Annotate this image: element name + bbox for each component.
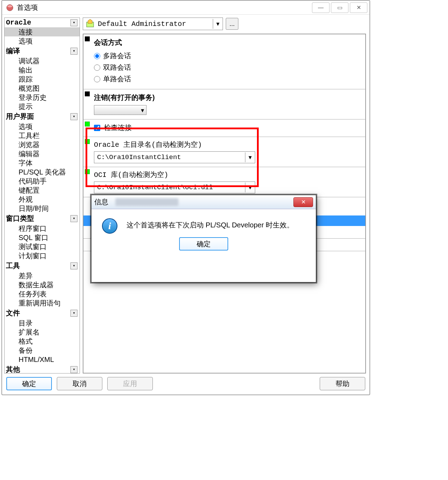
chevron-down-icon[interactable]: ▾ [213, 19, 223, 29]
profile-browse-button[interactable]: ... [226, 18, 238, 30]
tree-item[interactable]: 目录 [5, 318, 80, 328]
info-icon: i [102, 218, 117, 234]
session-option-label: 单路会话 [103, 74, 131, 84]
section-marker [85, 91, 90, 96]
category-tree[interactable]: Oracle▾连接选项编译▾调试器输出跟踪概览图登录历史提示用户界面▾选项工具栏… [4, 18, 80, 373]
check-connection-label: 检查连接 [104, 123, 132, 132]
tree-item[interactable]: 连接 [5, 27, 80, 36]
tree-group-header[interactable]: 窗口类型▾ [5, 213, 80, 224]
tree-group-header[interactable]: Oracle▾ [5, 18, 80, 27]
tree-group-header[interactable]: 工具▾ [5, 260, 80, 271]
tree-item[interactable]: 跟踪 [5, 75, 80, 84]
tree-item[interactable]: 工具栏 [5, 131, 80, 140]
collapse-icon[interactable]: ▾ [70, 366, 77, 373]
session-mode-header: 会话方式 [94, 38, 361, 47]
section-marker [85, 139, 90, 144]
profile-label: Default Administrator [98, 20, 213, 28]
session-radio[interactable] [94, 64, 100, 71]
collapse-icon[interactable]: ▾ [70, 215, 77, 222]
oracle-home-value: C:\Ora10InstantClient [97, 153, 245, 161]
tree-item[interactable]: 格式 [5, 337, 80, 346]
tree-item[interactable]: 差异 [5, 271, 80, 280]
chevron-down-icon: ▾ [245, 183, 255, 192]
tree-item[interactable]: 备份 [5, 346, 80, 355]
session-radio[interactable] [94, 53, 100, 59]
dialog-titlebar: 信息 ✕ [91, 195, 316, 209]
minimize-button[interactable]: — [312, 2, 330, 13]
session-option-label: 双路会话 [103, 63, 131, 72]
oci-lib-label: OCI 库(自动检测为空) [94, 170, 361, 179]
window-title: 首选项 [17, 3, 38, 12]
tree-item[interactable]: 编辑器 [5, 149, 80, 158]
tree-item[interactable]: 调试器 [5, 56, 80, 66]
collapse-icon[interactable]: ▾ [70, 113, 77, 120]
maximize-button[interactable]: ▭ [331, 2, 348, 13]
tree-item[interactable]: 键配置 [5, 186, 80, 195]
tree-group-header[interactable]: 用户界面▾ [5, 111, 80, 122]
cancel-button[interactable]: 取消 [57, 377, 102, 390]
chevron-down-icon: ▾ [245, 152, 255, 162]
logoff-header: 注销(有打开的事务) [94, 93, 361, 102]
tree-item[interactable]: 外观 [5, 195, 80, 204]
blurred-text [115, 198, 178, 206]
tree-item[interactable]: 登录历史 [5, 93, 80, 102]
dialog-buttons: 确定 取消 应用 帮助 [2, 373, 369, 395]
section-marker [85, 169, 90, 174]
collapse-icon[interactable]: ▾ [70, 310, 77, 317]
tree-item[interactable]: 测试窗口 [5, 242, 80, 251]
tree-item[interactable]: 重新调用语句 [5, 299, 80, 308]
tree-item[interactable]: 程序窗口 [5, 224, 80, 233]
profile-icon [85, 19, 96, 29]
tree-item[interactable]: HTML/XML [5, 355, 80, 364]
dialog-title: 信息 [94, 197, 108, 207]
tree-item[interactable]: 输出 [5, 66, 80, 75]
oracle-home-combo[interactable]: C:\Ora10InstantClient ▾ [94, 151, 255, 163]
session-mode-option[interactable]: 双路会话 [94, 62, 361, 73]
session-option-label: 多路会话 [103, 51, 131, 61]
section-marker [85, 36, 90, 41]
check-connection-checkbox[interactable] [94, 125, 100, 131]
app-icon [6, 4, 14, 12]
tree-item[interactable]: SQL 窗口 [5, 233, 80, 242]
tree-item[interactable]: 任务列表 [5, 289, 80, 299]
collapse-icon[interactable]: ▾ [70, 19, 77, 26]
tree-item[interactable]: 字体 [5, 158, 80, 167]
collapse-icon[interactable]: ▾ [70, 262, 77, 269]
dialog-message: 这个首选项将在下次启动 PL/SQL Developer 时生效。 [127, 218, 294, 230]
collapse-icon[interactable]: ▾ [70, 48, 77, 55]
tree-item[interactable]: 计划窗口 [5, 251, 80, 260]
oracle-home-label: Oracle 主目录名(自动检测为空) [94, 140, 361, 149]
session-radio[interactable] [94, 76, 100, 82]
tree-item[interactable]: 概览图 [5, 84, 80, 93]
tree-item[interactable]: 数据生成器 [5, 280, 80, 289]
chevron-down-icon: ▾ [138, 105, 146, 115]
dialog-ok-button[interactable]: 确定 [179, 237, 228, 251]
session-mode-option[interactable]: 单路会话 [94, 73, 361, 85]
tree-item[interactable]: 选项 [5, 36, 80, 46]
window-controls: — ▭ ✕ [312, 2, 369, 13]
tree-item[interactable]: 扩展名 [5, 328, 80, 337]
ok-button[interactable]: 确定 [6, 377, 52, 390]
info-dialog: 信息 ✕ i 这个首选项将在下次启动 PL/SQL Developer 时生效。… [91, 195, 316, 282]
tree-item[interactable]: 日期/时间 [5, 204, 80, 213]
tree-item[interactable]: PL/SQL 美化器 [5, 167, 80, 177]
tree-item[interactable]: 浏览器 [5, 140, 80, 149]
tree-group-header[interactable]: 文件▾ [5, 308, 80, 318]
profile-combo[interactable]: Default Administrator ▾ [83, 18, 223, 30]
svg-point-1 [7, 5, 12, 7]
close-button[interactable]: ✕ [350, 2, 367, 13]
session-mode-option[interactable]: 多路会话 [94, 50, 361, 62]
tree-item[interactable]: 选项 [5, 122, 80, 131]
tree-item[interactable]: 提示 [5, 102, 80, 111]
help-button[interactable]: 帮助 [320, 377, 365, 390]
section-marker [85, 122, 90, 126]
oci-lib-combo[interactable]: C:\Ora10InstantClient\oci.dll ▾ [94, 181, 255, 193]
titlebar: 首选项 — ▭ ✕ [2, 1, 369, 15]
tree-group-header[interactable]: 其他▾ [5, 364, 80, 373]
apply-button[interactable]: 应用 [107, 377, 153, 390]
tree-group-header[interactable]: 编译▾ [5, 46, 80, 56]
dialog-close-button[interactable]: ✕ [293, 197, 313, 207]
logoff-combo[interactable]: ▾ [94, 105, 147, 115]
oci-lib-value: C:\Ora10InstantClient\oci.dll [97, 184, 245, 191]
tree-item[interactable]: 代码助手 [5, 177, 80, 186]
